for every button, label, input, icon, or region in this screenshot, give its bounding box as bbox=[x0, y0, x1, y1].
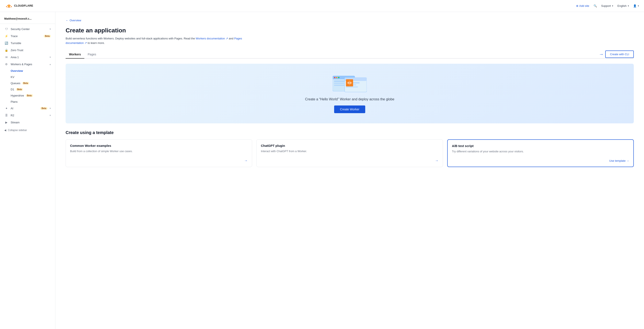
hyperdrive-badge: Beta bbox=[26, 94, 33, 97]
sidebar-item-turnstile[interactable]: 🔄 Turnstile bbox=[0, 40, 55, 47]
sidebar-item-label: Trace bbox=[11, 35, 42, 38]
sidebar-subitem-kv[interactable]: KV bbox=[11, 74, 55, 80]
sidebar-item-label: AI bbox=[11, 107, 38, 110]
sidebar-subitem-label: Overview bbox=[11, 69, 23, 73]
template-card-common-worker[interactable]: Common Worker examples Build from a coll… bbox=[66, 139, 252, 167]
collapse-icon: ◀ bbox=[4, 129, 6, 132]
tab-pages[interactable]: Pages bbox=[84, 51, 100, 59]
workers-doc-link[interactable]: Workers documentation ↗ bbox=[196, 37, 229, 40]
trace-badge: Beta bbox=[44, 35, 51, 38]
svg-point-4 bbox=[10, 6, 11, 7]
sidebar-item-label: Stream bbox=[11, 121, 51, 124]
template-footer: Use template → bbox=[452, 159, 629, 162]
plus-icon: ⊕ bbox=[576, 4, 578, 8]
queues-badge: Beta bbox=[22, 82, 30, 85]
sidebar-subitem-label: KV bbox=[11, 75, 14, 79]
templates-section-title: Create using a template bbox=[66, 130, 634, 135]
r2-icon: 🗄 bbox=[4, 114, 8, 117]
add-site-button[interactable]: ⊕ Add site bbox=[576, 4, 589, 8]
svg-rect-17 bbox=[346, 86, 358, 87]
sidebar-subitem-label: Plans bbox=[11, 100, 18, 103]
sidebar-item-label: Security Center bbox=[11, 28, 48, 31]
sidebar-item-label: Zero Trust bbox=[11, 49, 51, 52]
support-button[interactable]: Support ▾ bbox=[601, 4, 613, 8]
sidebar-subitem-overview[interactable]: Overview bbox=[11, 68, 55, 74]
svg-point-7 bbox=[334, 77, 335, 78]
logo[interactable]: CLOUDFLARE bbox=[5, 2, 33, 10]
account-button[interactable]: 👤 ▾ bbox=[633, 4, 639, 8]
account-name: Matthew@moesif.c... bbox=[0, 15, 55, 24]
arrow-icon: → bbox=[435, 159, 438, 163]
sidebar-item-trace[interactable]: ⚡ Trace Beta bbox=[0, 33, 55, 40]
template-desc: Build from a collection of simple Worker… bbox=[70, 149, 248, 153]
template-footer: → bbox=[70, 159, 248, 163]
chevron-down-icon: ▾ bbox=[50, 114, 51, 117]
template-title: A/B test script bbox=[452, 144, 629, 148]
sidebar-item-area1[interactable]: ✉ Area 1 ▾ bbox=[0, 54, 55, 61]
search-button[interactable]: 🔍 bbox=[594, 4, 597, 8]
template-desc: Try different variations of your website… bbox=[452, 149, 629, 154]
chevron-down-icon: ▾ bbox=[50, 107, 51, 110]
area1-icon: ✉ bbox=[4, 56, 8, 59]
collapse-sidebar-button[interactable]: ◀ Collapse sidebar bbox=[0, 127, 55, 134]
svg-rect-11 bbox=[334, 83, 344, 84]
external-link-icon: ↗ bbox=[226, 37, 228, 40]
template-desc: Interact with ChatGPT from a Worker. bbox=[261, 149, 438, 153]
shield-icon: 🛡 bbox=[4, 28, 8, 31]
use-template-link[interactable]: Use template → bbox=[609, 159, 629, 162]
svg-point-9 bbox=[338, 77, 340, 78]
sidebar-subitem-label: D1 bbox=[11, 88, 14, 91]
svg-rect-12 bbox=[334, 85, 346, 86]
create-cli-button[interactable]: Create with CLI bbox=[605, 51, 634, 58]
arrow-icon: → bbox=[244, 159, 248, 163]
hero-text: Create a “Hello World” Worker and deploy… bbox=[305, 97, 394, 101]
svg-point-3 bbox=[7, 6, 8, 7]
ai-icon: ✦ bbox=[4, 107, 8, 110]
sidebar-item-label: R2 bbox=[11, 114, 48, 117]
templates-grid: Common Worker examples Build from a coll… bbox=[66, 139, 634, 167]
workers-pages-subnav: Overview KV Queues Beta D1 Beta Hyperdri… bbox=[0, 68, 55, 105]
sidebar-item-security-center[interactable]: 🛡 Security Center ▾ bbox=[0, 26, 55, 33]
topnav-actions: ⊕ Add site 🔍 Support ▾ English ▾ 👤 ▾ bbox=[576, 4, 639, 8]
sidebar-subitem-d1[interactable]: D1 Beta bbox=[11, 86, 55, 93]
logo-text: CLOUDFLARE bbox=[14, 4, 33, 7]
sidebar-subitem-plans[interactable]: Plans bbox=[11, 99, 55, 105]
chevron-down-icon: ▾ bbox=[628, 5, 629, 7]
sidebar-subitem-queues[interactable]: Queues Beta bbox=[11, 80, 55, 86]
back-link[interactable]: ← Overview bbox=[66, 19, 634, 22]
template-card-ab-test[interactable]: A/B test script Try different variations… bbox=[447, 139, 634, 167]
top-navigation: CLOUDFLARE ⊕ Add site 🔍 Support ▾ Englis… bbox=[0, 0, 644, 12]
svg-point-8 bbox=[336, 77, 337, 78]
back-arrow-icon: ← bbox=[66, 19, 68, 22]
sidebar-subitem-hyperdrive[interactable]: Hyperdrive Beta bbox=[11, 93, 55, 99]
language-button[interactable]: English ▾ bbox=[618, 4, 629, 8]
template-footer: → bbox=[261, 159, 438, 163]
ai-badge: Beta bbox=[40, 107, 48, 110]
svg-text:<>: <> bbox=[348, 81, 352, 85]
main-content: ← Overview Create an application Build s… bbox=[55, 12, 644, 329]
template-card-chatgpt[interactable]: ChatGPT plugin Interact with ChatGPT fro… bbox=[256, 139, 443, 167]
turnstile-icon: 🔄 bbox=[4, 42, 8, 45]
hero-illustration: <> bbox=[333, 74, 367, 93]
tab-workers[interactable]: Workers bbox=[66, 51, 84, 59]
tabs-bar: Workers Pages → Create with CLI bbox=[66, 51, 634, 59]
sidebar-item-stream[interactable]: ▶ Stream bbox=[0, 119, 55, 126]
sidebar-item-r2[interactable]: 🗄 R2 ▾ bbox=[0, 112, 55, 119]
chevron-down-icon: ▾ bbox=[50, 56, 51, 59]
chevron-down-icon: ▾ bbox=[612, 5, 613, 7]
sidebar-subitem-label: Queues bbox=[11, 82, 20, 85]
chevron-down-icon: ▾ bbox=[50, 28, 51, 31]
d1-badge: Beta bbox=[16, 88, 23, 91]
search-icon: 🔍 bbox=[594, 4, 597, 8]
sidebar: Matthew@moesif.c... 🛡 Security Center ▾ … bbox=[0, 12, 55, 329]
cli-arrow-icon: → bbox=[599, 52, 604, 57]
hero-card: <> Create a “Hello World” Worker and dep… bbox=[66, 64, 634, 123]
sidebar-item-zero-trust[interactable]: 🔒 Zero Trust bbox=[0, 47, 55, 54]
chevron-up-icon: ▴ bbox=[50, 63, 51, 66]
create-worker-button[interactable]: Create Worker bbox=[334, 106, 366, 113]
trace-icon: ⚡ bbox=[4, 35, 8, 38]
zero-trust-icon: 🔒 bbox=[4, 49, 8, 52]
page-title: Create an application bbox=[66, 27, 634, 34]
sidebar-item-ai[interactable]: ✦ AI Beta ▾ bbox=[0, 105, 55, 112]
sidebar-item-workers-pages[interactable]: ⚙ Workers & Pages ▴ bbox=[0, 61, 55, 68]
